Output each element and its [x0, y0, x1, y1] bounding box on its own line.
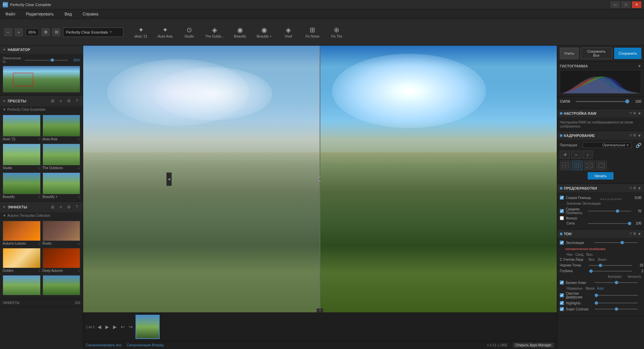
close-button[interactable]: ✕ [632, 1, 641, 8]
toolbar-preset-iauto-asia[interactable]: ✦ iAuto Asia [154, 24, 176, 40]
menu-file[interactable]: Файл [3, 10, 18, 18]
list-item[interactable]: Rustic ☆ [43, 221, 80, 246]
list-item[interactable] [3, 275, 41, 297]
maximize-button[interactable]: □ [621, 1, 631, 8]
tone-header[interactable]: ТОН ? ⚙ ▼ [557, 230, 644, 238]
crop-header[interactable]: КАДРИРОВАНИЕ ? ⚙ ▼ [557, 131, 644, 140]
crop-proportion-value[interactable]: Оригинальные ▼ [583, 142, 632, 148]
filmstrip-prev-btn[interactable]: ◀ [96, 323, 103, 330]
star-icon[interactable]: ☆ [38, 166, 41, 170]
filmstrip-rewind-btn[interactable]: ↩ [119, 323, 126, 330]
super-contrast-slider[interactable] [595, 309, 638, 309]
tone-collapse-icon[interactable]: ▼ [638, 232, 641, 236]
list-item[interactable]: The Outdoors ☆ [43, 144, 80, 170]
open-apps-button[interactable]: Открыть Apps Manager [513, 343, 554, 348]
star-icon[interactable]: ☆ [77, 166, 80, 170]
grid-btn-4[interactable] [596, 161, 607, 170]
skin-mode-bright[interactable]: Яркое [585, 287, 595, 290]
filter-checkbox[interactable] [560, 216, 564, 220]
star-icon[interactable]: ☆ [38, 195, 41, 199]
raw-collapse-icon[interactable]: ▼ [638, 111, 641, 115]
toolbar-minus-btn[interactable]: − [4, 28, 12, 36]
effects-settings[interactable]: ⚙ [65, 204, 72, 210]
skin-mode-normal[interactable]: Нормальн. [567, 287, 583, 290]
light-diffuse-checkbox[interactable] [560, 293, 564, 297]
toolbar-grid1[interactable]: ⊞ [42, 28, 50, 36]
zoom-slider[interactable] [25, 60, 68, 61]
grid-btn-3[interactable] [584, 161, 595, 170]
sync-all-link[interactable]: Синхронизировать все [86, 343, 121, 347]
save-all-button[interactable]: Сохранить Все [581, 48, 612, 59]
list-item[interactable]: iAuto '21 ☆ [3, 115, 41, 142]
preprocess-collapse-icon[interactable]: ▼ [638, 186, 641, 190]
list-item[interactable] [43, 275, 80, 297]
face-on-btn[interactable]: Вкл. [589, 258, 595, 261]
star-icon[interactable]: ☆ [38, 138, 41, 141]
collapse-left-arrow[interactable]: ◀ [166, 172, 172, 186]
crop-rotate-btn[interactable]: ↺ [560, 151, 570, 159]
tone-help-icon[interactable]: ? [630, 232, 632, 236]
list-item[interactable]: Beautify + ☆ [43, 172, 80, 199]
navigator-header[interactable]: ▼ НАВИГАТОР [0, 46, 83, 54]
crop-flip-v-btn[interactable]: ↕ [583, 151, 593, 159]
star-icon[interactable]: ☆ [77, 242, 80, 245]
menu-help[interactable]: Справка [80, 10, 101, 18]
filmstrip-forward-btn[interactable]: ↪ [127, 323, 134, 330]
toolbar-grid2[interactable]: ⊟ [52, 28, 60, 36]
sync-forward-link[interactable]: Синхронизация Вперёд [127, 343, 164, 347]
nav-preview-rect[interactable] [13, 73, 33, 86]
preprocess-header[interactable]: ПРЕДОБРАБОТКИ ? ⚙ ▼ [557, 184, 644, 192]
star-icon[interactable]: ☆ [77, 138, 80, 141]
super-contrast-checkbox[interactable] [560, 307, 564, 311]
light-diffuse-slider[interactable] [595, 295, 638, 296]
black-point-slider[interactable] [589, 265, 632, 266]
preset-selector[interactable]: Perfectly Clear Essentials ▼ [63, 28, 123, 37]
crop-help-icon[interactable]: ? [630, 134, 632, 138]
exposure-tone-slider[interactable] [595, 242, 638, 243]
toolbar-preset-outdoors[interactable]: ◈ The Outdo... [203, 24, 227, 40]
filmstrip-next-btn[interactable]: ▶ [112, 323, 118, 330]
list-item[interactable]: Deep Autumn ☆ [43, 248, 80, 273]
preprocess-settings-icon[interactable]: ⚙ [633, 186, 636, 190]
strength-slider[interactable] [576, 101, 629, 102]
filmstrip-play-btn[interactable]: ▶ [104, 323, 110, 330]
effects-grid-view[interactable]: ⊞ [49, 204, 56, 210]
histogram-dropdown[interactable]: ▼ [638, 64, 641, 68]
raw-settings-icon[interactable]: ⚙ [633, 111, 636, 115]
tone-settings-icon[interactable]: ⚙ [633, 232, 636, 236]
skin-mode-auto[interactable]: Auto [597, 287, 604, 290]
preprocess-help-icon[interactable]: ? [630, 186, 632, 190]
highlights-slider[interactable] [595, 303, 638, 303]
star-icon[interactable]: ☆ [77, 269, 80, 272]
learn-button[interactable]: Учить [560, 48, 579, 59]
strength-filter-slider[interactable] [588, 223, 631, 224]
toolbar-preset-fix-noise[interactable]: ⊞ Fix Noise [302, 24, 323, 40]
exposure-tone-checkbox[interactable] [560, 241, 564, 245]
face-off-btn[interactable]: Выкл. [598, 258, 607, 261]
list-item[interactable]: iAuto Asia ☆ [43, 115, 80, 142]
midtone-slider[interactable] [588, 211, 631, 211]
list-item[interactable]: Golden ☆ [3, 248, 41, 273]
skin-balance-checkbox[interactable] [560, 281, 564, 285]
depth-slider[interactable] [589, 271, 632, 271]
begin-crop-button[interactable]: Начать [588, 172, 613, 180]
crop-flip-h-btn[interactable]: ↔ [571, 151, 581, 159]
list-item[interactable]: Studio ☆ [3, 144, 41, 170]
toolbar-preset-iauto21[interactable]: ✦ iAuto '21 [130, 24, 152, 40]
grid-btn-1[interactable] [560, 161, 571, 170]
list-item[interactable]: Beautify ☆ [3, 172, 41, 199]
raw-help-icon[interactable]: ? [630, 111, 632, 115]
presets-header[interactable]: ▼ ПРЕСЕТЫ ⊞ ≡ ⚙ ? [0, 96, 83, 106]
presets-grid-view[interactable]: ⊞ [49, 98, 56, 104]
toolbar-preset-beautify[interactable]: ◉ Beautify [229, 24, 251, 40]
toolbar-preset-vivid[interactable]: ◈ Vivid [278, 24, 299, 40]
list-item[interactable]: Autumn Leaves ☆ [3, 221, 41, 246]
star-icon[interactable]: ☆ [38, 269, 41, 272]
raw-settings-header[interactable]: НАСТРОЙКА RAW ? ⚙ ▼ [557, 109, 644, 117]
split-handle[interactable]: ▼ [317, 308, 323, 312]
crop-settings-icon[interactable]: ⚙ [633, 133, 636, 138]
skin-balance-slider[interactable] [595, 282, 638, 283]
toolbar-preset-fix-tint[interactable]: ⊕ Fix Tint [326, 24, 347, 40]
presets-help[interactable]: ? [73, 98, 80, 104]
minimize-button[interactable]: — [610, 1, 620, 8]
